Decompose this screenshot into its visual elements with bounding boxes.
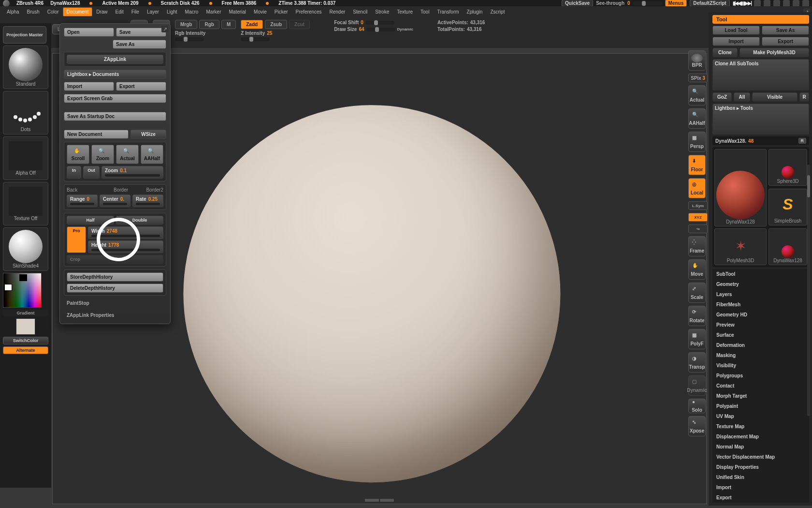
tool-section-fibermesh[interactable]: FiberMesh [712, 299, 809, 310]
tool-section-normal-map[interactable]: Normal Map [712, 442, 809, 452]
brush-thumb[interactable]: Standard [3, 45, 48, 89]
rate-slider[interactable]: Rate0.25 [132, 194, 163, 207]
menu-edit[interactable]: Edit [112, 7, 128, 16]
thumb-dynawax[interactable]: DynaWax128 [768, 228, 807, 265]
tool-section-import[interactable]: Import [712, 482, 809, 493]
move-nav-button[interactable]: ✋Move [688, 259, 706, 280]
save-startup-doc[interactable]: Save As Startup Doc [64, 112, 166, 121]
doc-open[interactable]: Open [64, 28, 114, 37]
tool-section-texture-map[interactable]: Texture Map [712, 421, 809, 432]
double-button[interactable]: Double [116, 216, 163, 224]
aahalf-button[interactable]: 🔍AAHalf [688, 108, 706, 129]
thumb-simplebrush[interactable]: SSimpleBrush [768, 189, 807, 225]
rgb-toggle[interactable]: Rgb [199, 20, 219, 29]
tool-section-morph-target[interactable]: Morph Target [712, 391, 809, 401]
tool-section-subtool[interactable]: SubTool [712, 269, 809, 279]
export-tool-button[interactable]: Export [762, 37, 809, 46]
drawsize-slider[interactable] [366, 28, 395, 31]
tool-section-displacement-map[interactable]: Displacement Map [712, 432, 809, 442]
range-slider[interactable]: Range0 [67, 194, 98, 207]
window-icon-2[interactable] [764, 0, 770, 7]
tool-section-masking[interactable]: Masking [712, 350, 809, 360]
tool-section-unified-skin[interactable]: Unified Skin [712, 472, 809, 482]
store-depth[interactable]: StoreDepthHistory [67, 272, 163, 282]
menu-preferences[interactable]: Preferences [292, 7, 326, 16]
tool-panel-scrollbar[interactable] [807, 164, 810, 416]
stroke-thumb[interactable]: Dots [3, 91, 48, 134]
zcut-toggle[interactable]: Zcut [289, 20, 310, 29]
drawsize-value[interactable]: 64 [359, 27, 364, 32]
seethrough-value[interactable]: 0 [627, 0, 630, 6]
zoom-in[interactable]: In [67, 166, 81, 179]
menu-picker[interactable]: Picker [271, 7, 292, 16]
tool-section-contact[interactable]: Contact [712, 381, 809, 391]
color-picker[interactable] [3, 273, 42, 308]
border2-label[interactable]: Border2 [146, 187, 163, 193]
transp-button[interactable]: ◑Transp [688, 352, 706, 373]
rgb-intensity-slider[interactable] [175, 37, 204, 41]
new-document[interactable]: New Document [64, 130, 129, 139]
focal-value[interactable]: 0 [361, 20, 363, 25]
back-label[interactable]: Back [67, 187, 77, 193]
menu-render[interactable]: Render [326, 7, 349, 16]
scale-nav-button[interactable]: ⤢Scale [688, 283, 706, 303]
projection-master-button[interactable]: Projection Master [3, 26, 46, 44]
menu-alpha[interactable]: Alpha [3, 7, 23, 16]
close-icon[interactable] [802, 0, 809, 7]
cloneall-button[interactable]: Clone All SubTools [712, 59, 809, 90]
tool-section-vector-displacement-map[interactable]: Vector Displacement Map [712, 452, 809, 462]
xpose-button[interactable]: ⤡Xpose [688, 416, 706, 436]
saveas-tool-button[interactable]: Save As [762, 26, 809, 35]
alpha-thumb[interactable]: Alpha Off [3, 136, 48, 180]
canvas-tray-handle[interactable] [365, 499, 394, 503]
frame-button[interactable]: ⁛Frame [688, 236, 706, 256]
sculpt-sphere[interactable] [183, 105, 560, 482]
alternate-button[interactable]: Alternate [3, 346, 48, 354]
zapplink-button[interactable]: ZAppLink [67, 55, 163, 64]
swatch-secondary[interactable] [4, 284, 12, 291]
lightbox-tools-button[interactable]: Lightbox ▸ Tools [712, 104, 809, 135]
menu-light[interactable]: Light [163, 7, 181, 16]
switchcolor-button[interactable]: SwitchColor [3, 337, 48, 344]
menu-stencil[interactable]: Stencil [349, 7, 371, 16]
spix-chip[interactable]: SPix 3 [688, 74, 708, 82]
tool-section-polypaint[interactable]: Polypaint [712, 401, 809, 411]
maximize-icon[interactable] [793, 0, 799, 7]
pro-toggle[interactable]: Pro [67, 226, 86, 253]
half-button[interactable]: Half [67, 216, 114, 224]
mrgb-toggle[interactable]: Mrgb [175, 20, 197, 29]
doc-save[interactable]: Save [116, 28, 166, 37]
quicksave-button[interactable]: QuickSave [562, 0, 593, 7]
menus-button[interactable]: Menus [665, 0, 687, 7]
tool-section-display-properties[interactable]: Display Properties [712, 462, 809, 472]
doc-aahalf[interactable]: 🔍AAHalf [141, 145, 163, 164]
z-intensity-slider[interactable] [241, 37, 270, 41]
doc-height[interactable]: Height1778 [88, 240, 163, 253]
tool-panel-title[interactable]: Tool [712, 15, 809, 24]
import-tool-button[interactable]: Import [712, 37, 760, 46]
menu-document[interactable]: Document [63, 7, 93, 16]
bpr-button[interactable]: BPR [688, 50, 706, 71]
doc-actual[interactable]: 🔍Actual [116, 145, 139, 164]
tool-section-deformation[interactable]: Deformation [712, 340, 809, 350]
menu-file[interactable]: File [128, 7, 143, 16]
zoom-value[interactable]: Zoom0.1 [102, 166, 163, 179]
doc-saveas[interactable]: Save As [113, 40, 166, 49]
m-toggle[interactable]: M [221, 20, 236, 29]
menu-macro[interactable]: Macro [181, 7, 203, 16]
dynamic-button[interactable]: ▢Dynamic [688, 375, 706, 396]
doc-width[interactable]: Width2748 [88, 226, 163, 239]
dynamic-label[interactable]: Dynamic [397, 27, 413, 31]
tool-section-visibility[interactable]: Visibility [712, 360, 809, 371]
actual-button[interactable]: 🔍Actual [688, 85, 706, 105]
tool-section-export[interactable]: Export [712, 493, 809, 503]
menu-texture[interactable]: Texture [393, 7, 417, 16]
tool-section-geometry[interactable]: Geometry [712, 279, 809, 289]
makepm-button[interactable]: Make PolyMesh3D [740, 48, 809, 57]
xyz-chip[interactable]: XYZ [688, 213, 708, 222]
solo-button[interactable]: ●Solo [688, 399, 706, 413]
menu-zscript[interactable]: Zscript [486, 7, 508, 16]
thumb-polymesh3d[interactable]: ✶PolyMesh3D [714, 228, 767, 265]
curve-chip[interactable]: ↪ [688, 224, 708, 233]
pin-icon[interactable]: ▮|◀◀▮ ▮▶▶| [733, 0, 751, 6]
